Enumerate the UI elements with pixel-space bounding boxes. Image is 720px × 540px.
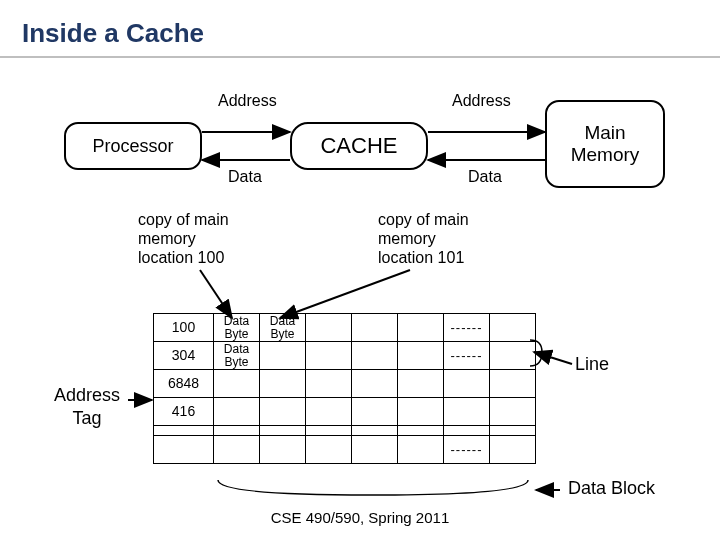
data-byte-cell: Data Byte — [214, 314, 260, 342]
title-divider — [0, 56, 720, 58]
data-byte-cell — [398, 436, 444, 464]
data-byte-cell — [260, 342, 306, 370]
data-byte-cell — [214, 398, 260, 426]
data-byte-cell — [490, 426, 536, 436]
address-tag-cell — [154, 436, 214, 464]
data-byte-cell — [260, 398, 306, 426]
address-tag-cell: 100 — [154, 314, 214, 342]
data-byte-cell — [214, 370, 260, 398]
address-label-right: Address — [452, 92, 511, 110]
data-block-label: Data Block — [568, 478, 655, 499]
cache-table: 100Data ByteData Byte------304Data Byte-… — [153, 313, 536, 464]
data-byte-cell — [490, 398, 536, 426]
data-label-right: Data — [468, 168, 502, 186]
svg-line-7 — [534, 352, 572, 364]
data-byte-cell — [306, 436, 352, 464]
data-byte-cell — [306, 370, 352, 398]
data-byte-cell — [444, 398, 490, 426]
data-byte-cell — [490, 436, 536, 464]
data-byte-cell — [306, 314, 352, 342]
footer: CSE 490/590, Spring 2011 — [0, 509, 720, 526]
data-byte-cell — [306, 398, 352, 426]
data-byte-cell — [260, 436, 306, 464]
cache-box: CACHE — [290, 122, 428, 170]
data-byte-cell — [398, 370, 444, 398]
copy-101-label: copy of main memory location 101 — [378, 210, 469, 268]
memory-box: Main Memory — [545, 100, 665, 188]
data-byte-cell — [398, 398, 444, 426]
memory-label: Main Memory — [571, 122, 640, 166]
data-byte-cell: ------ — [444, 314, 490, 342]
data-byte-cell — [352, 426, 398, 436]
data-byte-cell — [490, 370, 536, 398]
cache-label: CACHE — [320, 133, 397, 159]
data-byte-cell — [260, 370, 306, 398]
data-byte-cell — [352, 370, 398, 398]
data-byte-cell: ------ — [444, 436, 490, 464]
data-byte-cell — [352, 436, 398, 464]
data-byte-cell — [260, 426, 306, 436]
data-byte-cell — [398, 426, 444, 436]
address-tag-cell: 416 — [154, 398, 214, 426]
slide-title: Inside a Cache — [22, 18, 204, 49]
svg-line-5 — [280, 270, 410, 318]
data-byte-cell — [352, 314, 398, 342]
data-byte-cell: Data Byte — [214, 342, 260, 370]
data-byte-cell — [490, 342, 536, 370]
data-byte-cell — [444, 426, 490, 436]
address-tag-cell: 6848 — [154, 370, 214, 398]
copy-100-label: copy of main memory location 100 — [138, 210, 229, 268]
data-byte-cell — [398, 342, 444, 370]
processor-label: Processor — [92, 136, 173, 157]
data-byte-cell: ------ — [444, 342, 490, 370]
data-byte-cell — [398, 314, 444, 342]
data-byte-cell — [352, 342, 398, 370]
data-byte-cell — [214, 436, 260, 464]
address-tag-cell: 304 — [154, 342, 214, 370]
data-byte-cell — [444, 370, 490, 398]
data-byte-cell — [490, 314, 536, 342]
data-byte-cell: Data Byte — [260, 314, 306, 342]
svg-line-4 — [200, 270, 232, 318]
processor-box: Processor — [64, 122, 202, 170]
data-label-left: Data — [228, 168, 262, 186]
address-tag-label: Address Tag — [42, 384, 132, 429]
data-byte-cell — [306, 342, 352, 370]
data-byte-cell — [306, 426, 352, 436]
data-byte-cell — [214, 426, 260, 436]
line-label: Line — [575, 354, 609, 375]
address-tag-cell — [154, 426, 214, 436]
address-label-left: Address — [218, 92, 277, 110]
data-byte-cell — [352, 398, 398, 426]
